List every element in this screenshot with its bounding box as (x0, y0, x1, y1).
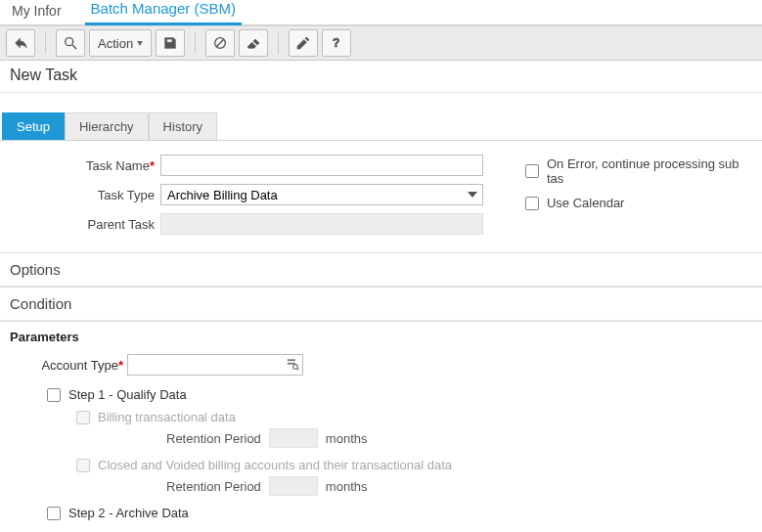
use-calendar-label: Use Calendar (547, 196, 625, 210)
svg-line-8 (297, 369, 299, 371)
parent-task-field (160, 213, 483, 235)
parameters-body: Account Type* Step 1 - Qualify Data Bill… (0, 354, 762, 532)
condition-section-header[interactable]: Condition (0, 287, 762, 321)
parameters-section-header: Parameters (0, 321, 762, 354)
action-menu-button[interactable]: Action (89, 29, 152, 57)
task-name-input[interactable] (160, 155, 483, 176)
toolbar: Action ? (0, 25, 762, 61)
svg-text:?: ? (333, 36, 339, 50)
retention-label-2: Retention Period (166, 479, 261, 494)
parent-task-label: Parent Task (4, 217, 160, 232)
tab-setup[interactable]: Setup (2, 112, 65, 140)
toolbar-sep-2 (195, 32, 196, 54)
lookup-icon[interactable] (286, 357, 299, 371)
billing-trans-label: Billing transactional data (98, 410, 236, 424)
search-icon (63, 35, 78, 51)
retention-input-2 (269, 476, 318, 496)
back-arrow-icon (13, 35, 28, 51)
svg-rect-5 (288, 359, 295, 361)
pencil-icon (295, 35, 311, 51)
svg-point-7 (293, 365, 298, 370)
toolbar-sep (45, 32, 46, 54)
help-icon: ? (329, 35, 344, 51)
tab-my-infor[interactable]: My Infor (6, 0, 67, 24)
step1-checkbox[interactable] (47, 388, 61, 402)
save-button[interactable] (156, 29, 185, 57)
toolbar-sep-3 (278, 32, 279, 54)
tab-hierarchy[interactable]: Hierarchy (65, 112, 149, 140)
page-title: New Task (0, 61, 762, 93)
erase-icon (246, 35, 261, 51)
task-type-select[interactable] (160, 184, 483, 205)
top-tabs: My Infor Batch Manager (SBM) (0, 0, 762, 25)
cancel-icon (212, 35, 228, 51)
cancel-button[interactable] (205, 29, 235, 57)
back-button[interactable] (6, 29, 35, 57)
use-calendar-checkbox[interactable] (525, 197, 539, 210)
account-type-input[interactable] (127, 354, 303, 376)
erase-button[interactable] (239, 29, 268, 57)
months-label-1: months (326, 431, 368, 446)
billing-trans-checkbox (76, 411, 90, 424)
account-type-label: Account Type* (10, 358, 127, 373)
edit-button[interactable] (289, 29, 318, 57)
task-name-label: Task Name* (4, 158, 160, 173)
search-button[interactable] (56, 29, 85, 57)
tab-history[interactable]: History (149, 112, 217, 140)
options-section-header[interactable]: Options (0, 252, 762, 287)
save-icon (162, 35, 178, 51)
months-label-2: months (326, 479, 368, 494)
retention-label-1: Retention Period (166, 431, 261, 446)
tab-batch-manager[interactable]: Batch Manager (SBM) (85, 0, 242, 25)
step1-label: Step 1 - Qualify Data (68, 387, 187, 402)
action-label: Action (98, 36, 133, 51)
task-type-value[interactable] (160, 184, 483, 205)
svg-line-1 (72, 45, 76, 49)
retention-input-1 (269, 428, 318, 448)
task-type-label: Task Type (4, 188, 160, 202)
setup-form: Task Name* Task Type Parent Task On Erro… (0, 141, 762, 252)
chevron-down-icon (468, 192, 477, 198)
on-error-label: On Error, continue processing sub tas (547, 156, 758, 186)
sub-tabs: Setup Hierarchy History (0, 112, 762, 141)
closed-voided-checkbox (76, 459, 90, 472)
step2-checkbox[interactable] (47, 507, 61, 520)
closed-voided-label: Closed and Voided billing accounts and t… (98, 458, 452, 472)
svg-point-0 (66, 38, 73, 46)
on-error-checkbox[interactable] (525, 164, 539, 178)
help-button[interactable]: ? (322, 29, 351, 57)
step2-label: Step 2 - Archive Data (68, 506, 189, 520)
chevron-down-icon (137, 41, 143, 46)
svg-line-3 (216, 39, 224, 47)
